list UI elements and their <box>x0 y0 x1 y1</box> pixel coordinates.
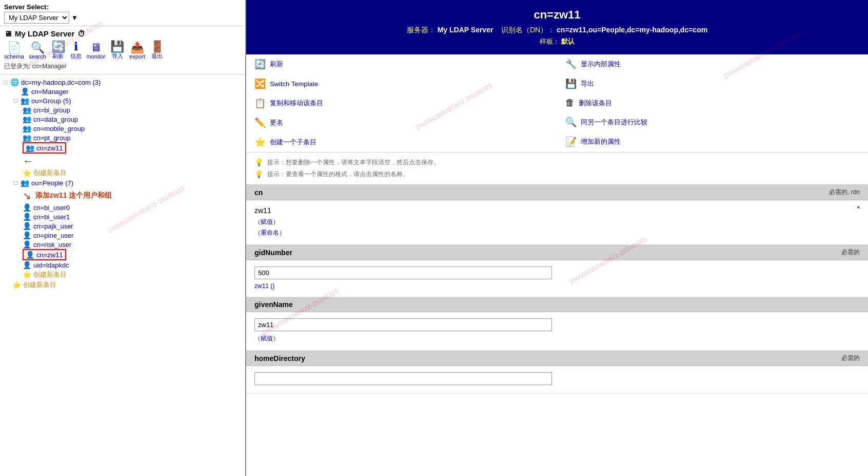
attr-gid-input[interactable] <box>254 266 552 279</box>
node-pajk-user[interactable]: 👤 cn=pajk_user <box>23 221 243 231</box>
logout-label: 退出 <box>151 52 163 60</box>
node-zw11-group[interactable]: 👥 cn=zw11 <box>23 142 66 154</box>
toolbar-search[interactable]: 🔍 search <box>29 42 46 60</box>
node-zw11-people[interactable]: 👤 cn=zw11 <box>23 249 66 260</box>
action-refresh-icon: 🔄 <box>254 59 266 70</box>
pajk-user-label: cn=pajk_user <box>33 222 73 230</box>
group-expand: □ <box>12 98 18 104</box>
mobile-group-label: cn=mobile_group <box>33 125 85 132</box>
attr-cn-name[interactable]: cn <box>254 188 263 197</box>
info-icon: ℹ <box>74 41 78 52</box>
node-cn-manager[interactable]: 👤 cn=Manager <box>12 87 243 96</box>
toolbar-export[interactable]: 📤 export <box>129 42 145 60</box>
action-export[interactable]: 💾 导出 <box>557 74 868 93</box>
action-compare[interactable]: 🔍 同另一个条目进行比较 <box>557 112 868 132</box>
action-create-child[interactable]: ⭐ 创建一个子条目 <box>246 132 557 152</box>
root-label: dc=my-hadoop,dc=com (3) <box>21 79 101 86</box>
add-attr-label: 增加新的属性 <box>581 137 621 146</box>
bi-group-icon: 👥 <box>23 106 31 114</box>
attr-given-section: givenName （赋值） <box>246 297 868 351</box>
pajk-user-icon: 👤 <box>23 222 31 230</box>
compare-icon: 🔍 <box>565 117 577 128</box>
attr-cn-rename[interactable]: （重命名） <box>254 227 285 238</box>
server-label-text: 服务器： <box>407 26 436 34</box>
toolbar-logout[interactable]: 🚪 退出 <box>150 41 164 60</box>
annotation-text: 添加zw11 这个用户和组 <box>35 191 112 200</box>
bi-user1-icon: 👤 <box>23 213 31 221</box>
attr-given-body: （赋值） <box>246 312 868 351</box>
tip1-text: 提示：想要删除一个属性，请将文本字段清空，然后点击保存。 <box>267 158 440 167</box>
action-rename[interactable]: ✏️ 更名 <box>246 113 557 132</box>
node-pine-user[interactable]: 👤 cn=pine_user <box>23 231 243 240</box>
node-create-group[interactable]: ⭐ 创建新条目 <box>23 168 243 178</box>
action-add-attr[interactable]: 📝 增加新的属性 <box>557 132 868 151</box>
right-panel: cn=zw11 服务器： My LDAP Server 识别名（DN）： cn=… <box>246 0 868 476</box>
monitor-icon: 🖥 <box>90 42 102 53</box>
action-copy-move[interactable]: 📋 复制和移动该条目 <box>246 93 557 113</box>
bi-user0-label: cn=bi_user0 <box>33 204 70 212</box>
toolbar-info[interactable]: ℹ 信息 <box>70 41 82 60</box>
rename-label: 更名 <box>270 118 283 127</box>
attr-given-input[interactable] <box>254 318 552 331</box>
delete-label: 删除该条目 <box>579 99 612 108</box>
node-mobile-group[interactable]: 👥 cn=mobile_group <box>23 124 243 133</box>
node-create-root[interactable]: ⭐ 创建新条目 <box>12 280 243 290</box>
action-switch-template[interactable]: 🔀 Switch Template <box>246 74 557 93</box>
node-create-people[interactable]: ⭐ 创建新条目 <box>23 270 243 280</box>
action-show-internal[interactable]: 🔧 显示内部属性 <box>557 54 868 74</box>
delete-icon: 🗑 <box>565 98 575 108</box>
people-children: 👤 cn=bi_user0 👤 cn=bi_user1 👤 cn=pajk_us… <box>12 203 243 280</box>
bi-group-label: cn=bi_group <box>33 106 70 114</box>
template-label-text: 样板： <box>540 37 560 45</box>
tip-1: 💡 提示：想要删除一个属性，请将文本字段清空，然后点击保存。 <box>254 157 860 168</box>
schema-icon: 📄 <box>7 42 21 53</box>
actions-left: 🔄 刷新 🔀 Switch Template 📋 复制和移动该条目 ✏️ 更名 … <box>246 54 557 152</box>
server-select-input[interactable]: My LDAP Server <box>4 12 69 24</box>
create-child-icon: ⭐ <box>254 137 266 148</box>
data-group-icon: 👥 <box>23 115 31 123</box>
node-ou-group[interactable]: □ 👥 ou=Group (5) <box>12 96 243 105</box>
node-bi-user1[interactable]: 👤 cn=bi_user1 <box>23 212 243 221</box>
show-internal-icon: 🔧 <box>565 59 577 70</box>
node-ou-people[interactable]: □ 👥 ou=People (7) <box>12 178 243 187</box>
attr-gid-section: gidNumber 必需的 zw11 () <box>246 245 868 297</box>
switch-template-icon: 🔀 <box>254 78 266 89</box>
tree-root[interactable]: □ 🌐 dc=my-hadoop,dc=com (3) <box>2 78 243 87</box>
attr-home-input[interactable] <box>254 372 552 385</box>
compare-label: 同另一个条目进行比较 <box>581 118 647 127</box>
node-uid-ldapkdc[interactable]: 👤 uid=ldapkdc <box>23 260 243 270</box>
toolbar-import[interactable]: 💾 导入 <box>110 41 124 60</box>
toolbar-icons: 📄 schema 🔍 search 🔄 刷新 ℹ 信息 🖥 moni <box>4 41 241 60</box>
toolbar-refresh[interactable]: 🔄 刷新 <box>51 41 65 60</box>
export-label: export <box>129 53 145 60</box>
toolbar-schema[interactable]: 📄 schema <box>4 42 24 60</box>
attr-cn-assign[interactable]: （赋值） <box>254 217 285 227</box>
attr-cn-body: zw11 （赋值） （重命名） * <box>246 200 868 245</box>
attr-given-name[interactable]: givenName <box>254 300 293 309</box>
tip-2: 💡 提示：要查看一个属性的格式，请点击属性的名称。 <box>254 168 860 180</box>
node-risk-user[interactable]: 👤 cn=risk_user <box>23 240 243 249</box>
node-bi-group[interactable]: 👥 cn=bi_group <box>23 105 243 115</box>
refresh-icon: 🔄 <box>51 41 65 52</box>
attr-home-name[interactable]: homeDirectory <box>254 354 305 363</box>
attr-gid-name[interactable]: gidNumber <box>254 249 292 257</box>
attr-given-sub[interactable]: （赋值） <box>254 333 860 344</box>
toolbar-monitor[interactable]: 🖥 monitor <box>87 42 106 60</box>
node-bi-user0[interactable]: 👤 cn=bi_user0 <box>23 203 243 212</box>
action-delete[interactable]: 🗑 删除该条目 <box>557 93 868 112</box>
attr-home-section: homeDirectory 必需的 <box>246 351 868 394</box>
tip2-icon: 💡 <box>254 170 263 178</box>
schema-label: schema <box>4 53 24 60</box>
logged-in-text: 已登录为: cn=Manager <box>4 62 241 71</box>
attr-gid-sub[interactable]: zw11 () <box>254 281 860 291</box>
action-refresh[interactable]: 🔄 刷新 <box>246 54 557 74</box>
left-panel: Server Select: My LDAP Server ▼ 🖥 My LDA… <box>0 0 246 476</box>
manager-icon: 👤 <box>21 87 29 96</box>
toolbar-area: 🖥 My LDAP Server ⏱ 📄 schema 🔍 search 🔄 刷… <box>0 26 245 74</box>
attr-gid-required: 必需的 <box>841 248 860 257</box>
export-entry-icon: 💾 <box>565 78 577 89</box>
attr-cn-required: 必需的, rdn <box>829 188 860 197</box>
clock-icon: ⏱ <box>77 29 85 38</box>
node-data-group[interactable]: 👥 cn=data_group <box>23 115 243 124</box>
node-pt-group[interactable]: 👥 cn=pt_group <box>23 133 243 142</box>
